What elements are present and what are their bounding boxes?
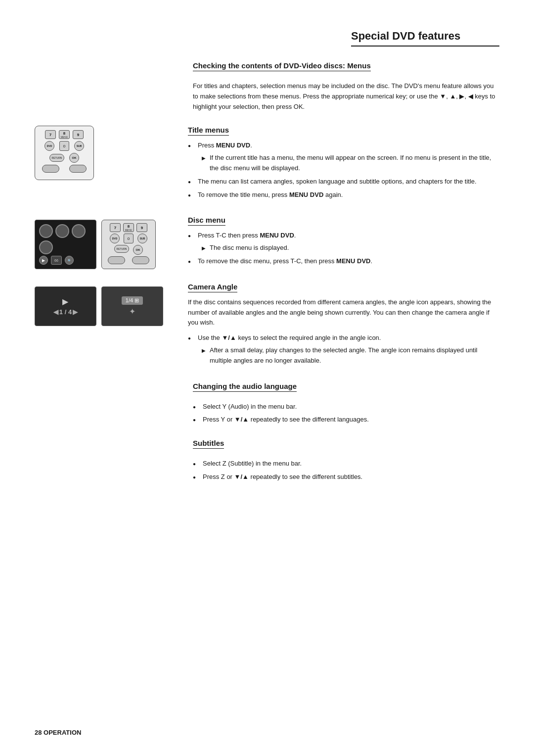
title-menus-text: Title menus Press MENU DVD. If the curre…: [188, 126, 499, 203]
cam-indicator: 1/4 ⊞: [122, 296, 143, 305]
title-menus-item-2: The menu can list camera angles, spoken …: [188, 177, 499, 187]
checking-heading: Checking the contents of DVD-Video discs…: [193, 61, 371, 71]
title-menus-item-1: Press MENU DVD. If the current title has…: [188, 141, 499, 173]
disc-remote-btn-9: 9: [136, 223, 147, 232]
remote-zero-btn: 0: [59, 141, 69, 151]
audio-language-list: Select Y (Audio) in the menu bar. Press …: [193, 402, 499, 425]
disc-panel-left: ▶ 66 🔍: [35, 220, 96, 269]
remote-btn-9: 9: [73, 130, 84, 139]
disc-circles: [35, 220, 96, 258]
remote-btn-7: 7: [45, 130, 56, 139]
disc-remote-zero: 0: [124, 234, 134, 243]
remote-sub-btn: SUB: [74, 141, 84, 151]
page: Special DVD features Checking the conten…: [0, 0, 534, 756]
disc-bottom-icons: ▶ 66 🔍: [39, 256, 74, 265]
disc-circle-4: [39, 240, 53, 254]
checking-intro: For titles and chapters, selection menus…: [193, 81, 499, 112]
subtitles-item-1: Select Z (Subtitle) in the menu bar.: [193, 459, 499, 469]
camera-angle-heading: Camera Angle: [188, 283, 237, 292]
disc-circle-1: [39, 224, 53, 238]
remote-diagram-1: 7 8 MENU 9 DVD 0: [35, 126, 94, 180]
disc-menu-list: Press T-C then press MENU DVD. The disc …: [188, 231, 499, 266]
camera-angle-section: ▶ ◀ 1 / 4 ▶ 1/4 ⊞ ✦: [35, 283, 499, 369]
title-menus-list: Press MENU DVD. If the current title has…: [188, 141, 499, 200]
remote-curved-row: [42, 165, 87, 173]
disc-menu-text: Disc menu Press T-C then press MENU DVD.…: [188, 216, 499, 269]
subtitles-section: Subtitles Select Z (Subtitle) in the men…: [193, 439, 499, 482]
camera-angle-sub-1: After a small delay, play changes to the…: [198, 345, 499, 366]
title-menus-images: 7 8 MENU 9 DVD 0: [35, 126, 188, 203]
title-menus-heading: Title menus: [188, 126, 229, 136]
disc-menu-sub-1: The disc menu is displayed.: [198, 243, 499, 253]
disc-menu-heading: Disc menu: [188, 216, 225, 226]
remote-dvd-btn: DVD: [44, 141, 54, 151]
page-title: Special DVD features: [351, 30, 499, 47]
subtitles-item-2: Press Z or ▼/▲ repeatedly to see the dif…: [193, 472, 499, 482]
disc-circle-2: [55, 224, 69, 238]
cam-arrow-right: ▶: [62, 297, 68, 306]
checking-section: Checking the contents of DVD-Video discs…: [193, 61, 499, 112]
remote-btn-8: 8 MENU: [59, 130, 70, 139]
disc-remote-btn-8: 8 MENU: [123, 223, 134, 232]
audio-language-heading: Changing the audio language: [193, 382, 297, 392]
disc-remote-btn-7: 7: [110, 223, 121, 232]
disc-menu-section: ▶ 66 🔍 7 8 MENU 9: [35, 216, 499, 269]
cam-icon-right: ✦: [129, 307, 135, 316]
disc-remote-curve-l: [108, 256, 125, 264]
disc-remote-curve-r: [132, 256, 149, 264]
cam-panel-right: 1/4 ⊞ ✦: [101, 286, 163, 326]
disc-remote-return: RETURN: [114, 245, 129, 253]
cam-angle-left: ◀ 1 / 4 ▶: [53, 308, 78, 316]
camera-images: ▶ ◀ 1 / 4 ▶ 1/4 ⊞ ✦: [35, 283, 188, 369]
audio-language-item-1: Select Y (Audio) in the menu bar.: [193, 402, 499, 412]
disc-menu-item-1: Press T-C then press MENU DVD. The disc …: [188, 231, 499, 253]
disc-remote-panel: 7 8 MENU 9 DVD 0 SUB RETURN OK: [101, 220, 156, 269]
camera-angle-text: Camera Angle If the disc contains sequen…: [188, 283, 499, 369]
remote-ok-btn: OK: [69, 153, 79, 163]
remote-curve-right: [69, 165, 87, 173]
remote-mid-row: DVD 0 SUB: [44, 141, 84, 151]
title-menus-item-3: To remove the title menu, press MENU DVD…: [188, 190, 499, 200]
disc-menu-item-2: To remove the disc menu, press T-C, then…: [188, 256, 499, 267]
remote-curve-left: [42, 165, 59, 173]
disc-images-row: ▶ 66 🔍 7 8 MENU 9: [35, 220, 156, 269]
audio-language-item-2: Press Y or ▼/▲ repeatedly to see the dif…: [193, 415, 499, 425]
disc-remote-dvd: DVD: [110, 234, 120, 243]
remote-return-btn: RETURN: [49, 154, 64, 162]
subtitles-heading: Subtitles: [193, 439, 224, 449]
disc-icon-zoom: 🔍: [65, 256, 74, 265]
subtitles-list: Select Z (Subtitle) in the menu bar. Pre…: [193, 459, 499, 482]
remote-top-row: 7 8 MENU 9: [45, 130, 84, 139]
camera-angle-list: Use the ▼/▲ keys to select the required …: [188, 333, 499, 366]
cam-panel-left: ▶ ◀ 1 / 4 ▶: [35, 286, 96, 326]
camera-angle-intro: If the disc contains sequences recorded …: [188, 297, 499, 328]
disc-remote-ok: OK: [133, 245, 143, 255]
page-footer: 28 OPERATION: [35, 729, 81, 736]
camera-images-row: ▶ ◀ 1 / 4 ▶ 1/4 ⊞ ✦: [35, 286, 163, 326]
disc-icon-66: 66: [51, 256, 62, 265]
disc-menu-images: ▶ 66 🔍 7 8 MENU 9: [35, 216, 188, 269]
camera-angle-item-1: Use the ▼/▲ keys to select the required …: [188, 333, 499, 366]
audio-language-section: Changing the audio language Select Y (Au…: [193, 382, 499, 425]
remote-bottom-row: RETURN OK: [49, 153, 79, 163]
disc-remote-sub: SUB: [137, 234, 147, 243]
disc-icon-play: ▶: [39, 256, 48, 265]
title-menus-sub-1: If the current title has a menu, the men…: [198, 153, 499, 174]
title-menus-section: 7 8 MENU 9 DVD 0: [35, 126, 499, 203]
disc-circle-3: [72, 224, 86, 238]
